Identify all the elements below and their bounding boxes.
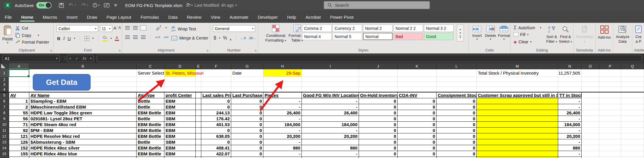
tab-file[interactable]: File: [4, 15, 12, 23]
tab-help[interactable]: Help: [287, 15, 297, 23]
cell-F9[interactable]: 176.42: [201, 116, 231, 122]
cell-I3[interactable]: [302, 82, 359, 87]
cell-J16[interactable]: [359, 157, 398, 158]
cell-H4[interactable]: [263, 87, 302, 92]
align-right-icon[interactable]: [141, 35, 146, 39]
number-format-select[interactable]: General▾: [213, 25, 255, 32]
cell-E6[interactable]: [196, 98, 201, 104]
customize-qat-icon[interactable]: [114, 4, 117, 7]
cell-K3[interactable]: [398, 82, 437, 87]
cell-A13[interactable]: 126: [9, 139, 29, 145]
cell-P7[interactable]: [599, 104, 621, 110]
cell-Q15[interactable]: [621, 151, 644, 157]
cell-M4[interactable]: [477, 87, 558, 92]
cell-P14[interactable]: [599, 145, 621, 151]
conditional-formatting-button[interactable]: ConditionalFormatting ▾: [264, 25, 287, 43]
cell-K13[interactable]: 0: [398, 139, 437, 145]
cell-D9[interactable]: SBM: [164, 116, 196, 122]
cell-I13[interactable]: [302, 139, 359, 145]
cell-M5[interactable]: Customer Scrap approved but still in Sto…: [477, 92, 558, 98]
cell-H9[interactable]: -: [263, 116, 302, 122]
cell-B16[interactable]: [29, 157, 137, 158]
cell-C7[interactable]: Bottle: [137, 104, 164, 110]
cell-L13[interactable]: 0: [437, 139, 477, 145]
cell-G7[interactable]: 0: [231, 104, 263, 110]
col-header-D[interactable]: D: [164, 63, 196, 69]
excel-app-icon[interactable]: X: [4, 2, 11, 8]
cell-Q8[interactable]: [621, 110, 644, 116]
cell-D8[interactable]: EBM: [164, 110, 196, 116]
cell-F14[interactable]: 408.41: [201, 145, 231, 151]
cell-F4[interactable]: [201, 87, 231, 92]
cell-G13[interactable]: 0: [231, 139, 263, 145]
cell-C11[interactable]: EBM Bottle: [137, 128, 164, 133]
cell-N10[interactable]: 184,000: [558, 122, 582, 128]
cell-A7[interactable]: 2: [9, 104, 29, 110]
cell-D4[interactable]: [164, 87, 196, 92]
percent-format-icon[interactable]: %: [223, 35, 227, 41]
cell-D2[interactable]: [164, 77, 196, 82]
cell-Q14[interactable]: [621, 145, 644, 151]
cell-K1[interactable]: [398, 69, 437, 77]
row-header-8[interactable]: 8: [0, 110, 9, 116]
cell-K2[interactable]: [398, 77, 437, 82]
cell-J1[interactable]: [359, 69, 398, 77]
autosave-control[interactable]: AutoSave On: [15, 2, 56, 8]
tab-review[interactable]: Review: [186, 15, 202, 23]
col-header-K[interactable]: K: [398, 63, 437, 69]
style-good[interactable]: Good: [424, 33, 454, 40]
cell-I9[interactable]: [302, 116, 359, 122]
align-bottom-icon[interactable]: [141, 26, 146, 30]
cell-Q9[interactable]: [621, 116, 644, 122]
cut-button[interactable]: Cut: [15, 26, 28, 30]
decrease-indent-icon[interactable]: ⇐≡: [155, 35, 160, 39]
cell-B7[interactable]: $Maschinenstillstand EBM: [29, 104, 137, 110]
cell-M2[interactable]: [477, 77, 558, 82]
cell-F8[interactable]: 244.13: [201, 110, 231, 116]
cell-N1[interactable]: 11,257,505: [558, 69, 582, 77]
cell-M10[interactable]: [477, 122, 558, 128]
cell-A1[interactable]: [9, 69, 29, 77]
bold-button[interactable]: B: [57, 36, 60, 41]
col-header-N[interactable]: N: [558, 63, 582, 69]
cell-Q13[interactable]: [621, 139, 644, 145]
cell-N5[interactable]: TT in Stock :: [558, 92, 582, 98]
increase-indent-icon[interactable]: ⇒≡: [163, 35, 168, 39]
cell-P3[interactable]: [599, 82, 621, 87]
cell-M3[interactable]: [477, 82, 558, 87]
autosave-toggle[interactable]: On: [36, 2, 52, 8]
col-header-I[interactable]: I: [302, 63, 359, 69]
search-box[interactable]: Search: [324, 1, 430, 9]
cell-K4[interactable]: [398, 87, 437, 92]
cell-H8[interactable]: 26,400: [263, 110, 302, 116]
cell-A4[interactable]: [9, 87, 29, 92]
col-header-H[interactable]: H: [263, 63, 302, 69]
cell-I10[interactable]: 184,000: [302, 122, 359, 128]
cell-N2[interactable]: [558, 77, 582, 82]
tab-page-layout[interactable]: Page Layout: [106, 15, 132, 23]
cell-H1[interactable]: 29-Sep: [263, 69, 302, 77]
cell-C15[interactable]: EBM Bottle: [137, 151, 164, 157]
cell-H14[interactable]: 880: [263, 145, 302, 151]
row-header-5[interactable]: 5: [0, 92, 9, 98]
cell-H6[interactable]: -: [263, 98, 302, 104]
cell-A11[interactable]: 92: [9, 128, 29, 133]
cell-J13[interactable]: 0: [359, 139, 398, 145]
autosum-button[interactable]: Σ AutoSum ▾: [514, 25, 541, 30]
cell-O16[interactable]: [582, 157, 599, 158]
align-top-icon[interactable]: [125, 26, 130, 30]
get-data-button[interactable]: Get Data: [33, 74, 91, 90]
cell-L1[interactable]: [437, 69, 477, 77]
confirm-entry-icon[interactable]: ✓: [75, 56, 79, 61]
cell-N6[interactable]: -: [558, 98, 582, 104]
addins-button[interactable]: Add-ins: [596, 25, 613, 40]
cell-Q16[interactable]: [621, 157, 644, 158]
cell-M7[interactable]: [477, 104, 558, 110]
cell-C8[interactable]: EBM Bottle: [137, 110, 164, 116]
cell-L12[interactable]: 0: [437, 133, 477, 139]
cell-J14[interactable]: 0: [359, 145, 398, 151]
copy-button[interactable]: Copy ▾: [15, 33, 39, 38]
increase-decimal-icon[interactable]: ←.0: [240, 36, 246, 40]
col-header-J[interactable]: J: [359, 63, 398, 69]
cell-P8[interactable]: [599, 110, 621, 116]
